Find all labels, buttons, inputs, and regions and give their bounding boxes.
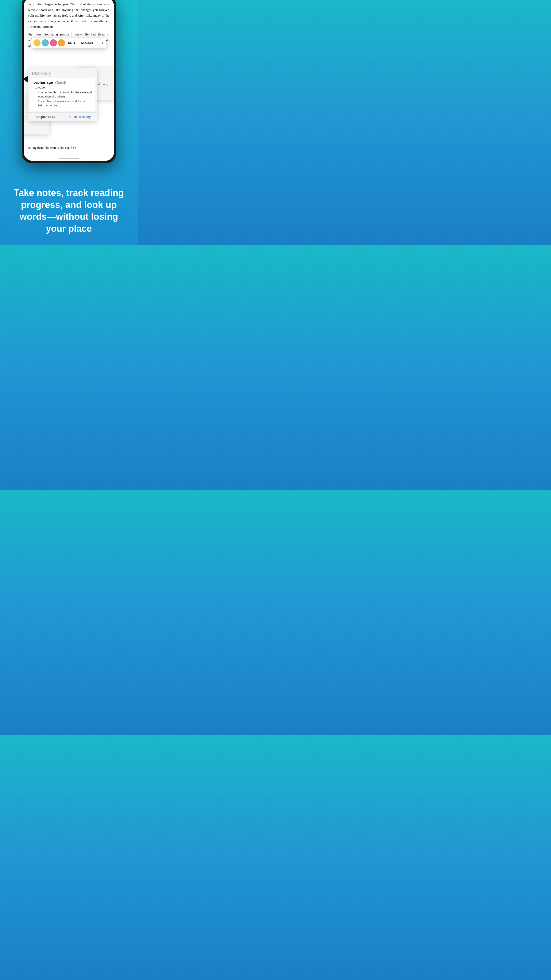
search-button[interactable]: SEARCH xyxy=(79,40,95,45)
color-pink[interactable] xyxy=(50,39,57,46)
highlight-toolbar: NOTE SEARCH › xyxy=(32,38,106,48)
phone-device: nary things began to happen. The first o… xyxy=(22,0,116,163)
home-indicator xyxy=(59,159,79,159)
dictionary-header: Dictionary xyxy=(28,68,97,78)
dictionary-definition-2: 2. <archaic> the state or condition of b… xyxy=(38,99,92,107)
dictionary-footer: English (US) Go to dictionary xyxy=(28,112,97,121)
dictionary-word: orphanage xyxy=(33,80,53,84)
color-yellow[interactable] xyxy=(33,39,41,46)
color-orange[interactable] xyxy=(58,39,65,46)
dictionary-definition-1: 1. a residential institution for the car… xyxy=(38,90,92,99)
book-text-top: nary things began to happen. The first o… xyxy=(24,0,114,30)
note-button[interactable]: NOTE xyxy=(66,40,78,45)
dictionary-word-line: orphanage /'ôrfenij/ xyxy=(33,80,92,85)
phone-screen: nary things began to happen. The first o… xyxy=(24,0,114,161)
wiki-text-line7: ed xyxy=(24,121,46,124)
left-page-arrow[interactable] xyxy=(23,76,28,83)
promo-section: Take notes, track reading progress, and … xyxy=(0,187,138,235)
book-text-top-content: nary things began to happen. The first o… xyxy=(28,2,110,29)
book-text-bottom: telling them like secrets that could be xyxy=(28,145,110,151)
dictionary-content: orphanage /'ôrfenij/ I. noun 1. a reside… xyxy=(30,78,95,111)
dictionary-language-button[interactable]: English (US) xyxy=(28,113,63,121)
dictionary-goto-button[interactable]: Go to dictionary xyxy=(63,113,97,121)
dictionary-phonetic: /'ôrfenij/ xyxy=(55,81,66,84)
phone-frame: nary things began to happen. The first o… xyxy=(22,0,116,163)
dictionary-panel: Dictionary orphanage /'ôrfenij/ I. noun … xyxy=(28,68,97,121)
wikipedia-link[interactable]: to Wikipedia xyxy=(24,127,49,135)
dictionary-pos: I. noun xyxy=(35,86,92,89)
promo-headline: Take notes, track reading progress, and … xyxy=(10,187,127,235)
toolbar-more-arrow[interactable]: › xyxy=(101,40,104,46)
color-blue[interactable] xyxy=(41,39,49,46)
